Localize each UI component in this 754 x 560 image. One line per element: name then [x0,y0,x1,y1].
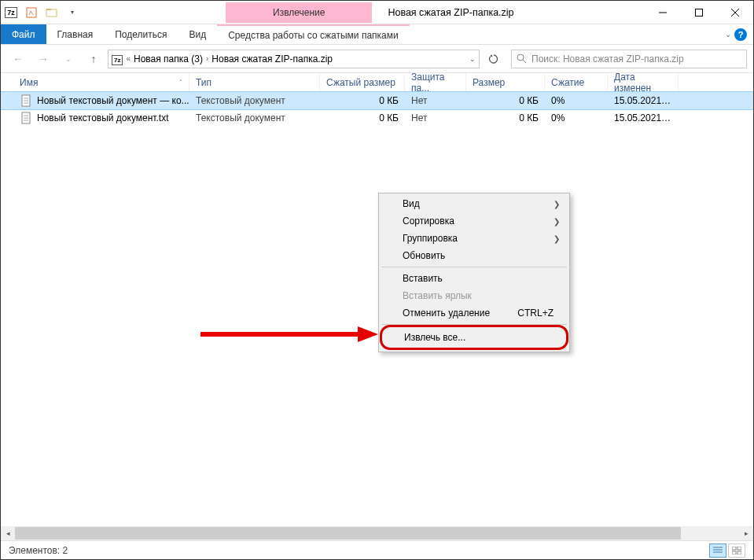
scroll-track[interactable] [15,526,739,540]
column-protection[interactable]: Защита па... [405,73,466,91]
quick-access-toolbar: 7z ▾ [1,4,83,21]
back-button[interactable]: ← [7,50,29,68]
properties-icon[interactable] [23,4,40,21]
file-csize-cell: 0 КБ [320,112,405,123]
details-view-button[interactable] [709,543,726,558]
thumbnails-view-button[interactable] [728,543,745,558]
file-comp-cell: 0% [545,95,608,106]
file-row[interactable]: Новый текстовый документ.txt Текстовый д… [1,109,753,127]
submenu-arrow-icon: ❯ [554,200,560,208]
svg-line-8 [523,60,526,63]
svg-rect-20 [732,547,736,550]
tab-compressed-tools[interactable]: Средства работы со сжатыми папками [217,24,410,44]
address-root-icon: 7z [112,53,123,64]
file-list[interactable]: Новый текстовый документ — ко... Текстов… [1,92,753,127]
window-title: Новая сжатая ZIP-папка.zip [372,7,645,18]
submenu-arrow-icon: ❯ [554,217,560,226]
menu-group[interactable]: Группировка❯ [381,230,568,247]
scroll-left-button[interactable]: ◂ [1,526,15,540]
ribbon-tabs: Файл Главная Поделиться Вид Средства раб… [1,24,753,45]
status-item-count: Элементов: 2 [9,545,68,556]
column-compressed-size[interactable]: Сжатый размер [320,73,405,91]
help-icon[interactable]: ? [734,28,747,41]
horizontal-scrollbar[interactable]: ◂ ▸ [1,526,753,540]
sort-indicator-icon: ˄ [179,79,182,86]
forward-button[interactable]: → [32,50,54,68]
file-name-cell[interactable]: Новый текстовый документ — ко... [13,94,189,107]
menu-shortcut: CTRL+Z [517,308,554,319]
svg-rect-21 [737,547,741,550]
file-csize-cell: 0 КБ [320,95,405,106]
submenu-arrow-icon: ❯ [554,234,560,243]
file-prot-cell: Нет [405,95,466,106]
annotation-arrow [200,326,378,342]
column-size[interactable]: Размер [466,73,545,91]
menu-extract-all[interactable]: Извлечь все... [382,327,566,348]
scroll-right-button[interactable]: ▸ [739,526,753,540]
breadcrumb-current[interactable]: Новая сжатая ZIP-папка.zip [211,53,333,64]
minimize-button[interactable] [645,1,681,24]
file-row[interactable]: Новый текстовый документ — ко... Текстов… [1,92,753,109]
tab-file[interactable]: Файл [1,24,46,44]
titlebar: 7z ▾ Извлечение Новая сжатая ZIP-папка.z… [1,1,753,24]
file-date-cell: 15.05.2021 14: [608,95,679,106]
maximize-button[interactable] [681,1,717,24]
file-type-cell: Текстовый документ [189,112,320,123]
svg-rect-23 [737,551,741,554]
scroll-thumb[interactable] [15,527,681,540]
tab-share[interactable]: Поделиться [104,24,178,44]
column-type[interactable]: Тип [189,73,320,91]
menu-refresh[interactable]: Обновить [381,247,568,264]
file-prot-cell: Нет [405,112,466,123]
search-placeholder: Поиск: Новая сжатая ZIP-папка.zip [531,53,684,64]
search-box[interactable]: Поиск: Новая сжатая ZIP-папка.zip [511,50,747,68]
svg-rect-22 [732,551,736,554]
address-bar[interactable]: 7z « Новая папка (3) › Новая сжатая ZIP-… [108,50,480,68]
breadcrumb-sep-icon: « [126,54,131,63]
tab-view[interactable]: Вид [178,24,217,44]
collapse-ribbon-icon[interactable]: ⌄ [725,30,731,39]
menu-separator [381,267,567,267]
svg-rect-1 [46,9,57,17]
qat-dropdown-icon[interactable]: ▾ [64,4,81,21]
refresh-button[interactable] [483,50,505,68]
menu-paste-shortcut: Вставить ярлык [381,287,568,304]
menu-separator [381,324,567,325]
file-name-cell[interactable]: Новый текстовый документ.txt [13,112,189,124]
search-icon [517,53,527,64]
column-name[interactable]: Имя˄ [13,73,189,91]
up-button[interactable]: ↑ [83,50,105,68]
file-type-cell: Текстовый документ [189,95,320,106]
text-file-icon [20,112,32,124]
text-file-icon [20,94,32,107]
chevron-right-icon[interactable]: › [206,54,208,63]
contextual-tab-header: Извлечение [226,2,372,23]
file-size-cell: 0 КБ [466,95,545,106]
column-headers: Имя˄ Тип Сжатый размер Защита па... Разм… [1,73,753,92]
menu-view[interactable]: Вид❯ [381,195,568,212]
tab-home[interactable]: Главная [46,24,105,44]
menu-paste[interactable]: Вставить [381,270,568,287]
breadcrumb-root[interactable]: Новая папка (3) [134,53,203,64]
column-compression[interactable]: Сжатие [545,73,608,91]
status-bar: Элементов: 2 [1,540,753,559]
extract-context-tab[interactable]: Извлечение [226,2,372,23]
menu-sort[interactable]: Сортировка❯ [381,212,568,230]
app-icon-7z[interactable]: 7z [2,4,20,21]
recent-dropdown-icon[interactable]: ⌄ [57,50,79,68]
file-date-cell: 15.05.2021 14: [608,112,679,123]
svg-rect-2 [46,9,51,10]
context-menu: Вид❯ Сортировка❯ Группировка❯ Обновить В… [378,193,570,352]
window-controls [645,1,753,24]
new-folder-icon[interactable] [43,4,61,21]
svg-point-7 [517,54,524,61]
menu-undo-delete[interactable]: Отменить удалениеCTRL+Z [381,304,568,322]
file-size-cell: 0 КБ [466,112,545,123]
navigation-bar: ← → ⌄ ↑ 7z « Новая папка (3) › Новая сжа… [1,45,753,73]
address-dropdown-icon[interactable]: ⌄ [469,55,476,63]
svg-rect-4 [696,9,703,16]
column-date[interactable]: Дата изменен [608,73,679,91]
file-comp-cell: 0% [545,112,608,123]
close-button[interactable] [717,1,753,24]
